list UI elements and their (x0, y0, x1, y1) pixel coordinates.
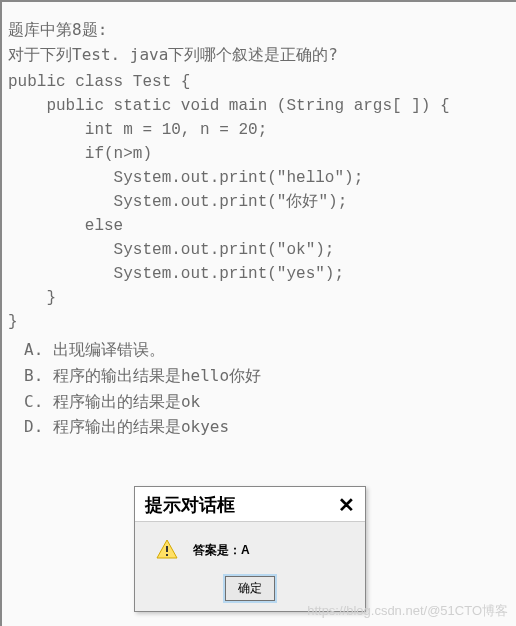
option-b: B. 程序的输出结果是hello你好 (24, 364, 510, 389)
close-icon[interactable]: ✕ (338, 493, 355, 517)
question-number: 题库中第8题: (8, 20, 510, 41)
warning-icon (155, 538, 179, 562)
option-c: C. 程序输出的结果是ok (24, 390, 510, 415)
option-d: D. 程序输出的结果是okyes (24, 415, 510, 440)
question-text: 对于下列Test. java下列哪个叙述是正确的? (8, 45, 510, 66)
code-block: public class Test { public static void m… (8, 70, 510, 334)
svg-rect-1 (166, 554, 168, 556)
dialog-title: 提示对话框 (145, 493, 235, 517)
ok-button[interactable]: 确定 (225, 576, 275, 601)
dialog-titlebar: 提示对话框 ✕ (135, 487, 365, 522)
watermark: https://blog.csdn.net/@51CTO博客 (307, 602, 508, 620)
dialog-content: 答案是：A (145, 538, 355, 562)
options-list: A. 出现编译错误。 B. 程序的输出结果是hello你好 C. 程序输出的结果… (24, 338, 510, 440)
alert-dialog: 提示对话框 ✕ 答案是：A 确定 (134, 486, 366, 612)
svg-rect-0 (166, 546, 168, 552)
option-a: A. 出现编译错误。 (24, 338, 510, 363)
dialog-message: 答案是：A (193, 542, 250, 559)
dialog-body: 答案是：A 确定 (135, 522, 365, 611)
